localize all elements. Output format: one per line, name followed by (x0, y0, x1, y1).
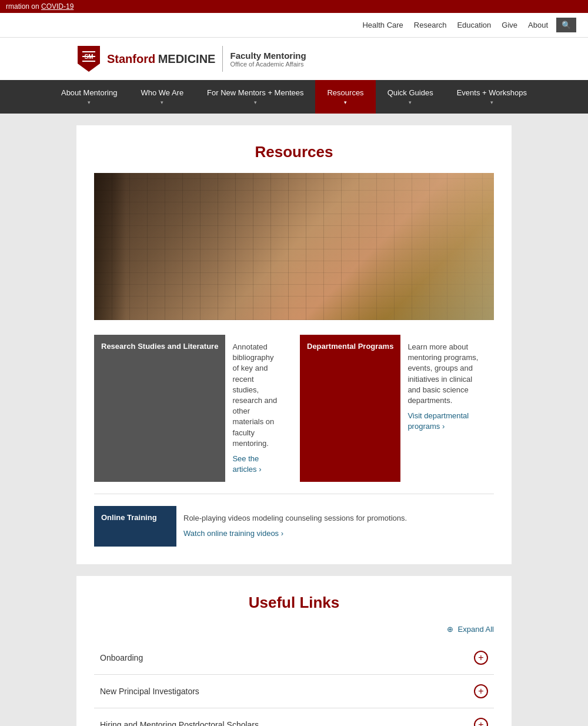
research-studies-content: Annotated bibliography of key and recent… (225, 335, 288, 482)
expand-all-link[interactable]: ⊕ Expand All (447, 625, 494, 634)
logo-divider (222, 46, 223, 72)
online-training-link[interactable]: Watch online training videos › (183, 528, 487, 539)
nav-resources[interactable]: Resources ▾ (315, 80, 375, 114)
main-navigation: About Mentoring ▾ Who We Are ▾ For New M… (0, 80, 588, 114)
alert-text: rmation on (6, 2, 41, 11)
events-workshops-caret: ▾ (490, 99, 493, 105)
departmental-programs-card: Departmental Programs Learn more about m… (300, 335, 494, 482)
expand-all-row: ⊕ Expand All (94, 624, 494, 634)
who-we-are-caret: ▾ (161, 99, 163, 105)
logo-office: Office of Academic Affairs (230, 61, 306, 68)
search-button[interactable]: 🔍 (556, 18, 576, 32)
research-studies-link[interactable]: See the articles › (232, 454, 281, 475)
accordion-new-pi-plus: + (474, 684, 488, 698)
nav-give[interactable]: Give (502, 21, 517, 29)
accordion-hiring[interactable]: Hiring and Mentoring Postdoctoral Schola… (94, 708, 494, 726)
online-training-content: Role-playing videos modeling counseling … (176, 506, 494, 546)
accordion-onboarding-label: Onboarding (100, 653, 143, 662)
logo-medicine: MEDICINE (158, 52, 216, 65)
nav-about[interactable]: About (528, 21, 548, 29)
nav-quick-guides[interactable]: Quick Guides ▾ (376, 80, 445, 114)
accordion-hiring-plus: + (474, 718, 488, 726)
online-training-row: Online Training Role-playing videos mode… (94, 506, 494, 546)
hero-image (94, 173, 494, 320)
accordion-onboarding-plus: + (474, 651, 488, 665)
new-mentors-caret: ▾ (254, 99, 257, 105)
alert-bar: rmation on COVID-19 (0, 0, 588, 13)
nav-who-we-are[interactable]: Who We Are ▾ (129, 80, 195, 114)
accordion-onboarding[interactable]: Onboarding + (94, 641, 494, 675)
resources-title: Resources (94, 143, 494, 161)
logo-faculty-mentoring: Faculty Mentoring (230, 51, 306, 61)
resources-caret: ▾ (344, 99, 347, 105)
departmental-programs-link[interactable]: Visit departmental programs › (407, 411, 487, 432)
top-navigation: Health Care Research Education Give Abou… (0, 13, 588, 38)
research-studies-card: Research Studies and Literature Annotate… (94, 335, 288, 482)
stanford-shield-icon: SM (76, 45, 101, 73)
research-studies-label: Research Studies and Literature (94, 335, 225, 482)
accordion-new-pi-label: New Principal Investigators (100, 687, 199, 696)
nav-education[interactable]: Education (457, 21, 491, 29)
logo-bar: SM Stanford MEDICINE Faculty Mentoring O… (0, 38, 588, 80)
expand-all-icon: ⊕ (447, 625, 453, 634)
svg-text:SM: SM (85, 54, 93, 60)
online-training-description: Role-playing videos modeling counseling … (183, 513, 487, 524)
departmental-programs-description: Learn more about mentoring programs, eve… (407, 342, 487, 406)
resource-cards: Research Studies and Literature Annotate… (94, 335, 494, 494)
accordion-hiring-label: Hiring and Mentoring Postdoctoral Schola… (100, 720, 259, 726)
bookshelf-overlay (94, 173, 494, 320)
nav-events-workshops[interactable]: Events + Workshops ▾ (445, 80, 539, 114)
nav-about-mentoring[interactable]: About Mentoring ▾ (49, 80, 129, 114)
useful-links-title: Useful Links (94, 594, 494, 612)
nav-research[interactable]: Research (414, 21, 447, 29)
quick-guides-caret: ▾ (409, 99, 412, 105)
covid-link[interactable]: COVID-19 (41, 2, 74, 11)
nav-health-care[interactable]: Health Care (362, 21, 403, 29)
logo-stanford: Stanford (107, 52, 155, 65)
online-training-label: Online Training (94, 506, 176, 546)
accordion-new-pi[interactable]: New Principal Investigators + (94, 675, 494, 708)
research-studies-description: Annotated bibliography of key and recent… (232, 342, 281, 449)
useful-links-section: Useful Links ⊕ Expand All Onboarding + N… (76, 576, 512, 726)
nav-for-new-mentors[interactable]: For New Mentors + Mentees ▾ (195, 80, 315, 114)
resources-section: Resources Research Studies and Literatur… (76, 125, 512, 564)
departmental-programs-content: Learn more about mentoring programs, eve… (400, 335, 494, 482)
page-content: Resources Research Studies and Literatur… (0, 114, 588, 726)
about-mentoring-caret: ▾ (88, 99, 91, 105)
departmental-programs-label: Departmental Programs (300, 335, 400, 482)
